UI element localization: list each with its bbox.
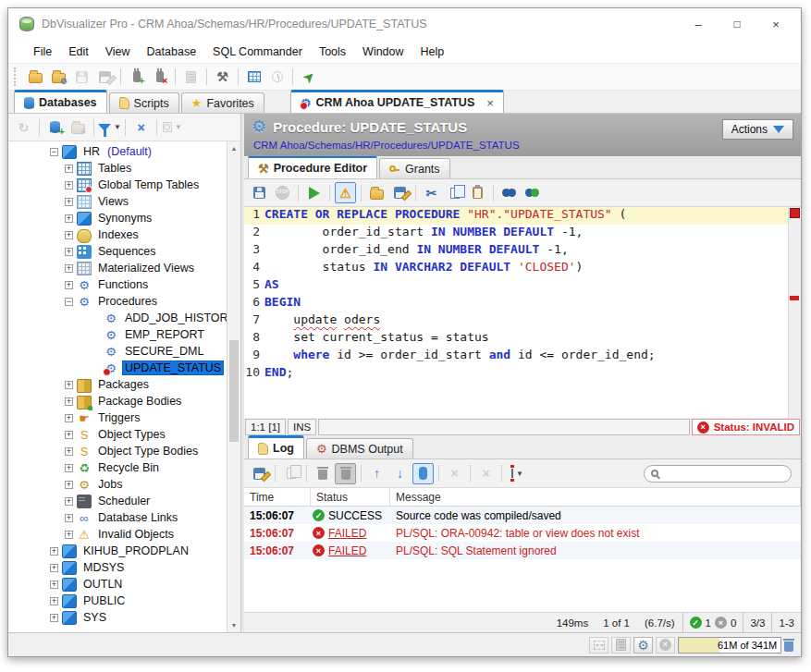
open-settings-button[interactable] [48,67,69,88]
close-tab-icon[interactable]: × [486,96,494,110]
menu-window[interactable]: Window [354,40,412,63]
expander-icon[interactable]: + [65,447,73,456]
create-connection-button[interactable] [44,116,66,138]
tree-item-object-types[interactable]: +SObject Types [8,426,227,443]
tree-item-sequences[interactable]: +Sequences [8,243,227,260]
code-line[interactable]: 3 order_id_end IN NUMBER DEFAULT -1, [244,242,788,260]
expander-icon[interactable]: + [65,531,73,539]
expander-icon[interactable]: − [50,148,58,156]
expander-icon[interactable]: + [65,381,73,389]
open-file-button[interactable] [366,182,387,203]
column-time[interactable]: Time [244,488,311,506]
tree-item-secure-dml[interactable]: ⚙SECURE_DML [8,343,227,360]
tree-item-update-status[interactable]: ⚙UPDATE_STATUS [8,360,227,376]
expander-icon[interactable]: + [65,414,73,422]
tree-item-triggers[interactable]: +☛Triggers [8,409,227,426]
log-row[interactable]: 15:06:07×FAILEDPL/SQL: ORA-00942: table … [244,524,801,542]
tab-crm-ahoa-update-status[interactable]: ⚙ CRM Ahoa UPDATE_STATUS × [290,90,504,113]
tree-item-functions[interactable]: +⚙Functions [8,276,227,293]
save-procedure-button[interactable] [249,182,270,203]
tree-item-package-bodies[interactable]: +Package Bodies [8,393,227,409]
expander-icon[interactable]: + [65,231,73,239]
menu-view[interactable]: View [97,40,139,63]
tab-log[interactable]: Log [248,435,304,458]
tree-item-global-temp-tables[interactable]: +Global Temp Tables [8,177,227,193]
code-line[interactable]: 1CREATE OR REPLACE PROCEDURE "HR"."UPDAT… [244,207,788,225]
menu-edit[interactable]: Edit [60,40,97,63]
scroll-to-top-button[interactable]: ↑ [366,463,387,484]
tree-item-recycle-bin[interactable]: +♻Recycle Bin [8,459,227,476]
paste-button[interactable] [467,182,488,203]
expander-icon[interactable]: + [65,281,73,289]
tree-item-kihub-prodplan[interactable]: +KIHUB_PRODPLAN [8,543,227,559]
tree-item-jobs[interactable]: +⚙Jobs [8,476,227,493]
tree-item-invalid-objects[interactable]: +⚠Invalid Objects [8,526,227,543]
log-search[interactable] [644,465,792,483]
tree-item-views[interactable]: +Views [8,193,227,210]
log-row[interactable]: 15:06:07×FAILEDPL/SQL: SQL Statement ign… [244,542,801,559]
expander-icon[interactable]: + [65,431,73,439]
find-button[interactable] [498,182,520,203]
code-line[interactable]: 2 order_id_start IN NUMBER DEFAULT -1, [244,225,788,242]
grid-window-button[interactable] [243,67,264,88]
disconnect-button[interactable] [149,67,170,88]
code-line[interactable]: 6BEGIN [244,295,788,312]
code-line[interactable]: 5AS [244,277,788,295]
sql-code[interactable]: 1CREATE OR REPLACE PROCEDURE "HR"."UPDAT… [244,207,788,418]
save-edit-button[interactable] [389,182,411,203]
expander-icon[interactable]: + [65,165,73,173]
open-file-button[interactable] [25,67,46,88]
code-line[interactable]: 8 set current_status = status [244,330,788,348]
memory-monitor[interactable]: 61M of 341M [678,637,781,654]
tab-dbms-output[interactable]: ⚙DBMS Output [306,438,413,458]
tab-scripts[interactable]: Scripts [109,92,179,113]
chevron-down-icon[interactable]: ▼ [175,123,182,131]
tree-item-mdsys[interactable]: +MDSYS [8,559,227,576]
expander-icon[interactable]: + [65,464,73,472]
clear-log-button[interactable] [312,463,333,484]
connect-button[interactable] [126,67,147,88]
scroll-to-bottom-button[interactable]: ↓ [389,463,411,484]
code-line[interactable]: 7 update oders [244,312,788,330]
auto-remove-button[interactable] [335,463,356,484]
expander-icon[interactable]: + [50,597,58,605]
close-button[interactable]: × [756,11,795,37]
column-message[interactable]: Message [390,488,801,506]
code-line[interactable]: 10END; [244,365,788,383]
tree-item-materialized-views[interactable]: +Materialized Views [8,260,227,276]
export-log-button[interactable] [249,463,270,484]
execute-button[interactable] [303,182,325,203]
menu-sql-commander[interactable]: SQL Commander [204,40,311,63]
find-replace-button[interactable] [522,182,543,203]
tab-favorites[interactable]: ★Favorites [181,92,264,113]
tree-item-database-links[interactable]: +∞Database Links [8,509,227,526]
tree-scrollbar[interactable]: ▲ ▼ [227,141,240,632]
collapse-all-button[interactable]: × [130,116,152,138]
expander-icon[interactable]: + [65,181,73,189]
tree-item-outln[interactable]: +OUTLN [8,576,227,593]
tree-item-sys[interactable]: +SYS [8,609,227,626]
tree-item-object-type-bodies[interactable]: +SObject Type Bodies [8,443,227,459]
tree-item-tables[interactable]: +Tables [8,160,227,177]
expander-icon[interactable]: + [65,481,73,489]
expander-icon[interactable]: + [65,397,73,406]
menu-database[interactable]: Database [139,40,205,63]
expander-icon[interactable]: + [50,564,58,572]
expander-icon[interactable]: + [65,214,73,223]
tool-properties-button[interactable]: ⚒ [212,67,233,88]
expander-icon[interactable]: − [65,298,73,306]
highlight-errors-button[interactable]: ⚠ [335,182,356,203]
tree-item-add-job-history[interactable]: ⚙ADD_JOB_HISTORY [8,310,227,326]
chevron-down-icon[interactable]: ▼ [516,470,523,478]
expander-icon[interactable]: + [65,248,73,256]
code-line[interactable]: 9 where id >= order_id_start and id <= o… [244,348,788,365]
log-row[interactable]: 15:06:07✓SUCCESSSource code was compiled… [244,507,801,524]
expander-icon[interactable]: + [50,614,58,622]
tree-item-hr[interactable]: −HR(Default) [8,143,227,160]
expander-icon[interactable]: + [65,497,73,506]
menu-help[interactable]: Help [412,40,453,63]
tree-item-packages[interactable]: +Packages [8,376,227,393]
menu-tools[interactable]: Tools [311,40,354,63]
sql-editor[interactable]: 1CREATE OR REPLACE PROCEDURE "HR"."UPDAT… [244,207,801,418]
preferences-button[interactable]: ⚙ [633,637,653,654]
